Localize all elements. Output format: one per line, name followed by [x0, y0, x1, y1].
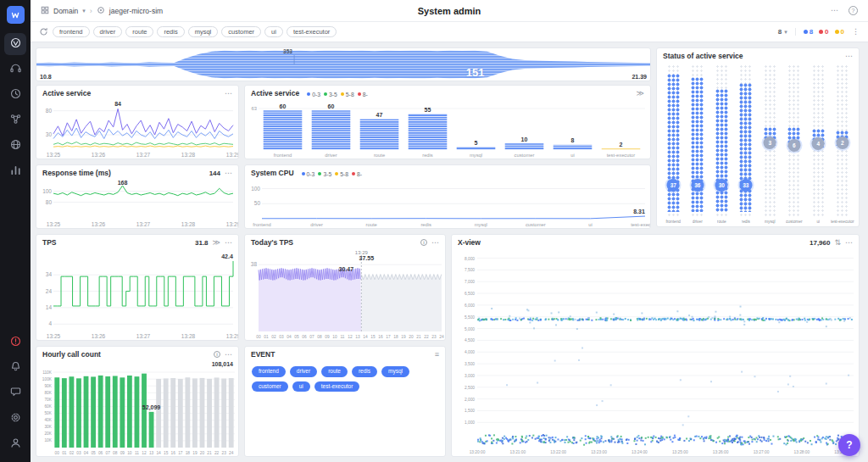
svg-text:redis: redis — [420, 222, 431, 227]
status-column[interactable]: 4ui — [806, 64, 831, 226]
service-tag[interactable]: driver — [93, 26, 123, 37]
list-icon[interactable] — [435, 351, 439, 359]
status-column[interactable]: 37frontend — [661, 64, 686, 226]
nav-alerts[interactable] — [4, 331, 26, 353]
event-service-pill[interactable]: mysql — [381, 366, 409, 377]
more-icon[interactable] — [845, 53, 853, 60]
status-bubble-chart[interactable]: 37frontend36driver30route33redis3mysql6c… — [657, 62, 859, 226]
more-icon[interactable] — [845, 239, 853, 247]
nav-settings[interactable] — [4, 408, 26, 430]
event-service-pill[interactable]: redis — [352, 366, 377, 377]
monitoring-icon — [9, 36, 22, 53]
system-cpu-chart[interactable]: 10050frontenddriverrouteredismysqlcustom… — [245, 179, 650, 228]
project-name[interactable]: jaeger-micro-sim — [109, 7, 163, 15]
service-tag[interactable]: customer — [221, 26, 261, 37]
todays-tps-chart[interactable]: 3813:2937.5530.4700010203040506070809101… — [245, 248, 445, 340]
domain-selector[interactable]: Domain — [53, 7, 78, 15]
svg-text:14: 14 — [46, 304, 53, 310]
more-icon[interactable] — [431, 239, 439, 247]
svg-text:1,500: 1,500 — [465, 409, 475, 413]
status-column[interactable]: 33redis — [734, 64, 759, 226]
svg-text:168: 168 — [118, 180, 128, 186]
share-icon[interactable] — [637, 90, 644, 97]
svg-text:60K: 60K — [44, 404, 52, 409]
event-service-pill[interactable]: frontend — [252, 366, 286, 377]
event-service-pill[interactable]: test-executor — [314, 381, 360, 392]
more-icon[interactable] — [225, 170, 232, 177]
status-column[interactable]: 30route — [709, 64, 734, 226]
service-tag[interactable]: ui — [264, 26, 283, 37]
status-column[interactable]: 2test-executor — [831, 64, 855, 226]
svg-text:17: 17 — [386, 335, 391, 339]
service-count-select[interactable]: 8 — [778, 28, 787, 36]
svg-text:100: 100 — [42, 188, 52, 194]
service-tag[interactable]: redis — [157, 26, 184, 37]
svg-text:100: 100 — [251, 186, 260, 192]
svg-text:30: 30 — [46, 131, 53, 137]
event-indicator: 0 — [835, 28, 844, 36]
nav-reports[interactable] — [4, 160, 26, 182]
svg-text:55: 55 — [425, 107, 431, 113]
active-service-bar-chart[interactable]: 6360frontend60driver47route55redis5mysql… — [245, 99, 650, 159]
event-service-pill[interactable]: driver — [290, 366, 317, 377]
service-tag[interactable]: mysql — [188, 26, 219, 37]
nav-topology[interactable] — [4, 109, 26, 131]
svg-text:42.4: 42.4 — [221, 253, 233, 259]
tps-chart[interactable]: 342414413:2513:2613:2713:2813:2942.4 — [36, 248, 238, 340]
svg-text:52,099: 52,099 — [142, 404, 161, 411]
status-column[interactable]: 6customer — [782, 64, 807, 226]
timeline-band-chart[interactable] — [36, 48, 650, 81]
nav-history[interactable] — [4, 84, 26, 106]
nav-notifications[interactable] — [4, 357, 26, 379]
share-icon[interactable] — [213, 239, 220, 247]
event-service-pill[interactable]: customer — [252, 381, 288, 392]
help-icon[interactable] — [849, 6, 858, 15]
nav-monitoring[interactable] — [4, 33, 26, 55]
service-tag[interactable]: route — [125, 26, 153, 37]
svg-text:13:23:00: 13:23:00 — [591, 450, 607, 454]
refresh-icon[interactable] — [39, 25, 48, 40]
event-service-pill[interactable]: ui — [292, 381, 310, 392]
active-service-line-chart[interactable]: 803013:2513:2613:2713:2813:2984 — [36, 99, 238, 159]
timeline-start-value: 10.8 — [40, 74, 52, 80]
more-icon[interactable] — [225, 239, 232, 247]
svg-text:84: 84 — [114, 101, 121, 107]
svg-text:13:26: 13:26 — [92, 333, 106, 339]
status-column[interactable]: 3mysql — [758, 64, 782, 226]
svg-text:8: 8 — [571, 137, 575, 143]
svg-text:23: 23 — [221, 451, 226, 455]
app-logo-icon[interactable] — [7, 6, 25, 24]
hourly-call-count-chart[interactable]: 110K100K90K80K70K60K50K40K30K20K10K00010… — [36, 360, 238, 456]
help-fab[interactable] — [838, 434, 860, 456]
service-tag[interactable]: frontend — [53, 26, 90, 37]
more-icon[interactable] — [225, 90, 232, 97]
sort-icon[interactable] — [834, 239, 841, 247]
nav-account[interactable] — [4, 433, 26, 455]
leg-item: 3-5 — [324, 92, 337, 97]
svg-text:13:25: 13:25 — [47, 152, 61, 158]
svg-text:6,000: 6,000 — [465, 303, 475, 308]
more-icon[interactable] — [831, 7, 838, 14]
more-icon[interactable] — [225, 351, 232, 359]
service-tag[interactable]: test-executor — [287, 26, 337, 37]
nav-global[interactable] — [4, 135, 26, 157]
info-icon[interactable] — [420, 239, 427, 246]
page-title: System admin — [418, 6, 481, 16]
active-count-badge: 30 — [715, 179, 728, 192]
svg-text:22: 22 — [214, 451, 220, 455]
response-time-chart[interactable]: 1008013:2513:2613:2713:2813:29168 — [36, 179, 238, 228]
nav-chat[interactable] — [4, 382, 26, 404]
svg-text:13:29: 13:29 — [226, 152, 238, 158]
nav-support[interactable] — [4, 58, 26, 81]
status-column[interactable]: 36driver — [686, 64, 710, 226]
event-service-pill[interactable]: route — [321, 366, 348, 377]
panel-todays-tps: Today's TPS 3813:2937.5530.4700010203040… — [244, 234, 446, 341]
kebab-menu-icon[interactable] — [852, 28, 860, 36]
headset-icon — [9, 62, 22, 78]
active-count-badge: 3 — [764, 136, 776, 149]
svg-text:ui: ui — [588, 222, 593, 227]
svg-text:driver: driver — [325, 153, 337, 158]
svg-text:110K: 110K — [42, 370, 53, 375]
info-icon[interactable] — [214, 351, 220, 358]
xview-scatter-chart[interactable]: 8,0007,5007,0006,5006,0005,5005,0004,500… — [452, 248, 859, 456]
